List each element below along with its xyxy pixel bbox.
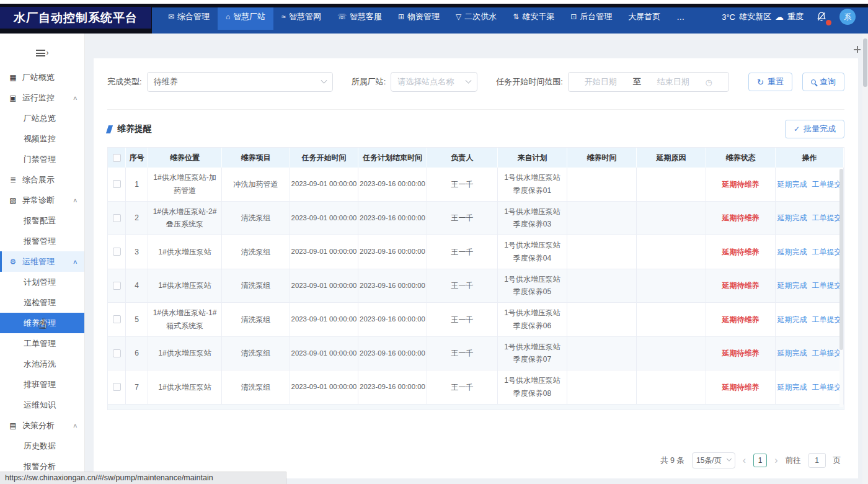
- work-order-submit-link[interactable]: 工单提交: [812, 212, 842, 224]
- sidebar-item[interactable]: 巡检管理: [0, 292, 84, 313]
- section-icon: [106, 125, 113, 133]
- sidebar-item-label: 门禁管理: [24, 154, 56, 165]
- end-date-input[interactable]: 结束日期: [657, 76, 689, 87]
- page-size-value: 15条/页: [696, 455, 722, 466]
- page-size-select[interactable]: 15条/页: [692, 452, 735, 468]
- work-order-submit-link[interactable]: 工单提交: [812, 246, 842, 258]
- sidebar-item-label: 排班管理: [24, 379, 56, 390]
- sidebar-item[interactable]: ▤ 决策分析 ∧: [0, 415, 84, 436]
- work-order-submit-link[interactable]: 工单提交: [812, 347, 842, 359]
- nav-item[interactable]: ≈ 智慧管网: [273, 4, 329, 30]
- delay-complete-link[interactable]: 延期完成: [777, 347, 807, 359]
- sidebar-item[interactable]: 视频监控: [0, 128, 84, 149]
- prev-page-button[interactable]: ‹: [743, 455, 746, 465]
- row-checkbox[interactable]: [113, 180, 121, 188]
- nav-item[interactable]: ⊞ 物资管理: [390, 4, 448, 30]
- work-order-submit-link[interactable]: 工单提交: [812, 313, 842, 326]
- nav-item[interactable]: ⊡ 后台管理: [562, 4, 620, 30]
- sidebar-item[interactable]: ▦ 厂站概览: [0, 67, 84, 87]
- sidebar-item[interactable]: ⚙ 运维管理 ∧: [0, 251, 84, 272]
- sidebar-item[interactable]: 工单管理: [0, 333, 84, 354]
- nav-item[interactable]: ⌂ 智慧厂站: [218, 4, 273, 30]
- station-select[interactable]: 请选择站点名称: [391, 72, 477, 92]
- sidebar-item[interactable]: 计划管理: [0, 272, 84, 292]
- goto-label: 前往: [786, 455, 801, 466]
- row-checkbox[interactable]: [113, 383, 121, 391]
- sidebar-item[interactable]: 水池清洗: [0, 354, 84, 374]
- batch-complete-button[interactable]: ✓ 批量完成: [785, 120, 844, 138]
- nav-item[interactable]: ☏ 智慧客服: [329, 4, 390, 30]
- page-scrollbar[interactable]: [862, 34, 868, 484]
- current-page[interactable]: 1: [753, 454, 767, 467]
- sidebar-item[interactable]: ▧ 异常诊断 ∧: [0, 190, 84, 210]
- cell-maintain-time: [567, 168, 637, 201]
- sidebar-item[interactable]: 厂站总览: [0, 108, 84, 128]
- status-badge: 延期待维养: [706, 370, 776, 404]
- sidebar-item[interactable]: ▣ 运行监控 ∧: [0, 87, 84, 108]
- avatar[interactable]: 系: [839, 9, 856, 25]
- cell-project: 清洗泵组: [222, 370, 290, 404]
- table-row: 7 1#供水增压泵站 清洗泵组 2023-09-01 00:00:00 2023…: [108, 370, 844, 405]
- row-checkbox[interactable]: [113, 214, 121, 222]
- select-all-checkbox[interactable]: [113, 154, 121, 162]
- work-order-submit-link[interactable]: 工单提交: [812, 279, 842, 292]
- reset-button[interactable]: ↻ 重置: [748, 73, 792, 91]
- work-order-submit-link[interactable]: 工单提交: [812, 381, 842, 393]
- goto-page-input[interactable]: 1: [808, 453, 826, 468]
- table-scrollbar-thumb[interactable]: [839, 169, 843, 350]
- work-order-submit-link[interactable]: 工单提交: [812, 178, 842, 190]
- sidebar-collapse-button[interactable]: ›: [34, 46, 50, 60]
- table-row-partial: [108, 405, 844, 410]
- nav-item[interactable]: 大屏首页: [620, 4, 668, 30]
- mouse-cursor: ☝: [38, 316, 47, 331]
- page-scrollbar-thumb[interactable]: [863, 38, 867, 87]
- delay-complete-link[interactable]: 延期完成: [777, 246, 807, 258]
- check-icon: ✓: [794, 125, 800, 133]
- sidebar-item-label: 厂站概览: [22, 72, 55, 83]
- search-button[interactable]: 查询: [802, 73, 844, 91]
- delay-complete-link[interactable]: 延期完成: [777, 178, 807, 190]
- row-checkbox[interactable]: [113, 282, 121, 290]
- next-page-button[interactable]: ›: [774, 455, 777, 465]
- sidebar-item[interactable]: 报警配置: [0, 210, 84, 231]
- sidebar-item-label: 水池清洗: [24, 359, 56, 370]
- cell-project: 清洗泵组: [222, 269, 290, 303]
- caret-up-icon: ∧: [73, 95, 78, 101]
- pin-icon[interactable]: [854, 46, 861, 53]
- table-row: 5 1#供水增压泵站-1#箱式系统泵 清洗泵组 2023-09-01 00:00…: [108, 303, 844, 337]
- delay-complete-link[interactable]: 延期完成: [777, 381, 807, 393]
- cell-project: 清洗泵组: [222, 235, 290, 269]
- sidebar-item[interactable]: 历史数据: [0, 436, 84, 456]
- cell-start-time: 2023-09-01 00:00:00: [290, 370, 358, 404]
- start-date-input[interactable]: 开始日期: [585, 76, 617, 87]
- nav-item[interactable]: ✉ 综合管理: [160, 4, 218, 30]
- row-checkbox[interactable]: [113, 248, 121, 256]
- sidebar-item[interactable]: 门禁管理: [0, 149, 84, 169]
- sidebar-item[interactable]: ≣ 综合展示: [0, 169, 84, 190]
- sidebar-item[interactable]: 报警管理: [0, 231, 84, 251]
- sidebar-item[interactable]: 排班管理: [0, 374, 84, 395]
- delay-complete-link[interactable]: 延期完成: [777, 279, 807, 292]
- nav-item[interactable]: ▽ 二次供水: [448, 4, 505, 30]
- table-scrollbar[interactable]: [839, 169, 843, 407]
- top-navbar: 水厂自动控制系统平台 ✉ 综合管理 ⌂ 智慧厂站 ≈ 智慧管网: [0, 4, 868, 34]
- sidebar-item[interactable]: 运维知识: [0, 395, 84, 415]
- column-header: 负责人: [427, 148, 498, 168]
- cell-maintain-time: [567, 202, 637, 235]
- filter-actions: ↻ 重置 查询: [748, 73, 844, 91]
- cell-plan: 1号供水增压泵站季度保养04: [498, 235, 567, 269]
- row-checkbox[interactable]: [113, 349, 121, 357]
- nav-item-icon: ⊡: [570, 12, 577, 21]
- nav-item[interactable]: ⇅ 雄安干渠: [505, 4, 562, 30]
- delay-complete-link[interactable]: 延期完成: [777, 212, 807, 224]
- column-header: 任务开始时间: [290, 148, 358, 168]
- date-range-input[interactable]: 开始日期 至 结束日期 ◷: [568, 72, 729, 92]
- notifications-bell-icon[interactable]: [816, 11, 827, 22]
- row-checkbox[interactable]: [113, 315, 121, 323]
- station-placeholder: 请选择站点名称: [397, 76, 454, 87]
- completion-type-select[interactable]: 待维养: [147, 72, 333, 92]
- table-row: 4 1#供水增压泵站 清洗泵组 2023-09-01 00:00:00 2023…: [108, 269, 844, 303]
- delay-complete-link[interactable]: 延期完成: [777, 313, 807, 326]
- cell-maintain-time: [567, 370, 637, 404]
- nav-item[interactable]: …: [668, 4, 693, 30]
